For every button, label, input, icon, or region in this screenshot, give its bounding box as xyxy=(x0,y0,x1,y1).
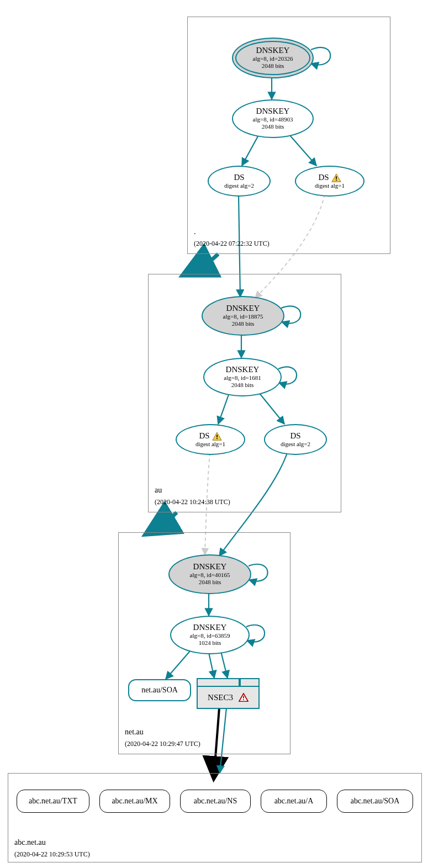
netau-zsk-sub2: 1024 bits xyxy=(199,639,221,647)
netau-ksk-sub2: 2048 bits xyxy=(199,579,221,586)
root-ksk-sub2: 2048 bits xyxy=(262,62,284,70)
zone-abc-ts: (2020-04-22 10:29:53 UTC) xyxy=(14,850,90,859)
error-icon xyxy=(239,693,249,702)
abc-a-node: abc.net.au/A xyxy=(261,790,327,813)
warning-icon xyxy=(331,173,341,182)
au-ksk-sub1: alg=8, id=18875 xyxy=(223,313,263,320)
netau-zsk-sub1: alg=8, id=63859 xyxy=(190,632,230,639)
au-zsk-sub1: alg=8, id=1681 xyxy=(224,374,261,382)
au-ksk-node: DNSKEY alg=8, id=18875 2048 bits xyxy=(202,296,284,336)
zone-root-name: . xyxy=(194,227,196,236)
root-zsk-sub2: 2048 bits xyxy=(262,123,284,130)
root-ds1-title: DS xyxy=(318,173,329,182)
abc-soa-node: abc.net.au/SOA xyxy=(337,790,413,813)
abc-soa-title: abc.net.au/SOA xyxy=(351,797,400,806)
nsec3-title: NSEC3 xyxy=(208,693,233,702)
zone-au-ts: (2020-04-22 10:24:38 UTC) xyxy=(155,498,230,506)
svg-rect-3 xyxy=(216,438,218,439)
abc-a-title: abc.net.au/A xyxy=(274,797,314,806)
au-ksk-title: DNSKEY xyxy=(226,304,260,313)
abc-mx-title: abc.net.au/MX xyxy=(112,797,157,806)
root-ds2-title: DS xyxy=(234,173,244,182)
root-ksk-sub1: alg=8, id=20326 xyxy=(253,55,293,62)
au-ksk-sub2: 2048 bits xyxy=(232,320,255,327)
netau-zsk-node: DNSKEY alg=8, id=63859 1024 bits xyxy=(170,616,250,654)
svg-rect-0 xyxy=(336,176,337,178)
root-ds2-sub1: digest alg=2 xyxy=(224,182,254,189)
zone-abc-name: abc.net.au xyxy=(14,838,46,847)
au-zsk-sub2: 2048 bits xyxy=(231,382,254,389)
netau-soa-title: net.au/SOA xyxy=(141,686,178,695)
netau-zsk-title: DNSKEY xyxy=(193,623,227,632)
au-ds2-node: DS digest alg=2 xyxy=(264,424,327,455)
abc-txt-title: abc.net.au/TXT xyxy=(29,797,77,806)
abc-txt-node: abc.net.au/TXT xyxy=(17,790,89,813)
au-zsk-title: DNSKEY xyxy=(226,366,260,374)
abc-ns-node: abc.net.au/NS xyxy=(180,790,251,813)
abc-mx-node: abc.net.au/MX xyxy=(99,790,170,813)
netau-ksk-sub1: alg=8, id=40165 xyxy=(190,571,230,579)
svg-rect-5 xyxy=(243,699,244,700)
svg-rect-1 xyxy=(336,179,337,181)
au-ds1-title: DS xyxy=(199,432,209,441)
zone-root-ts: (2020-04-22 07:22:32 UTC) xyxy=(194,240,270,248)
root-zsk-title: DNSKEY xyxy=(256,107,290,116)
abc-ns-title: abc.net.au/NS xyxy=(194,797,237,806)
au-ds1-node: DS digest alg=1 xyxy=(176,424,245,455)
zone-netau-name: net.au xyxy=(125,728,144,737)
au-zsk-node: DNSKEY alg=8, id=1681 2048 bits xyxy=(203,358,282,396)
warning-icon xyxy=(212,432,222,441)
root-ds1-node: DS digest alg=1 xyxy=(295,166,364,197)
root-ds2-node: DS digest alg=2 xyxy=(208,166,271,197)
root-ksk-title: DNSKEY xyxy=(256,46,290,55)
netau-ksk-node: DNSKEY alg=8, id=40165 2048 bits xyxy=(168,554,251,594)
root-zsk-sub1: alg=8, id=48903 xyxy=(253,116,293,123)
netau-soa-node: net.au/SOA xyxy=(128,679,191,701)
zone-abc-box xyxy=(8,773,422,862)
netau-ksk-title: DNSKEY xyxy=(193,563,227,571)
root-zsk-node: DNSKEY alg=8, id=48903 2048 bits xyxy=(232,99,314,138)
zone-netau-ts: (2020-04-22 10:29:47 UTC) xyxy=(125,740,200,748)
root-ds1-sub1: digest alg=1 xyxy=(315,182,345,189)
au-ds2-title: DS xyxy=(290,432,300,441)
svg-rect-4 xyxy=(243,696,244,698)
zone-au-name: au xyxy=(155,486,162,495)
au-ds2-sub1: digest alg=2 xyxy=(281,441,310,448)
nsec3-node: NSEC3 xyxy=(197,686,260,709)
root-ksk-node: DNSKEY alg=8, id=20326 2048 bits xyxy=(232,38,314,78)
svg-rect-2 xyxy=(216,435,218,437)
au-ds1-sub1: digest alg=1 xyxy=(195,441,225,448)
